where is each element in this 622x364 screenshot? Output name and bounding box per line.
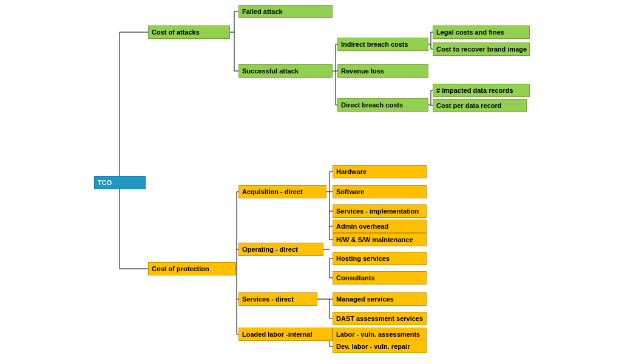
dast-assessment-node: DAST assessment services <box>333 312 427 325</box>
software-node: Software <box>333 185 427 198</box>
tco-node: TCO <box>94 176 146 189</box>
managed-services-node: Managed services <box>333 292 427 306</box>
loaded-labor-node: Loaded labor -internal <box>238 328 333 341</box>
labor-vuln-node: Labor - vuln. assessments <box>333 328 427 341</box>
revenue-loss-node: Revenue loss <box>337 64 428 78</box>
consultants-node: Consultants <box>333 271 427 285</box>
admin-overhead-node: Admin overhead <box>333 220 427 233</box>
hw-sw-maintenance-node: H/W & S/W maintenance <box>333 233 427 246</box>
impacted-data-node: # impacted data records <box>433 84 530 97</box>
services-impl-node: Services - implementation <box>333 204 427 218</box>
operating-direct-node: Operating - direct <box>238 243 323 256</box>
cost-of-attacks-node: Cost of attacks <box>148 25 230 39</box>
successful-attack-node: Successful attack <box>238 64 333 78</box>
direct-breach-costs-node: Direct breach costs <box>337 98 428 112</box>
services-direct-node: Services - direct <box>238 292 317 306</box>
diagram: TCO Cost of attacks Cost of protection F… <box>0 0 622 364</box>
indirect-breach-costs-node: Indirect breach costs <box>337 38 428 51</box>
failed-attack-node: Failed attack <box>238 5 333 18</box>
cost-recover-brand-node: Cost to recover brand image <box>433 42 530 56</box>
legal-costs-node: Legal costs and fines <box>433 25 530 39</box>
cost-of-protection-node: Cost of protection <box>148 262 236 275</box>
cost-per-record-node: Cost per data record <box>433 99 527 112</box>
hosting-services-node: Hosting services <box>333 252 427 265</box>
hardware-node: Hardware <box>333 165 427 178</box>
acquisition-direct-node: Acquisition - direct <box>238 185 326 198</box>
dev-labor-node: Dev. labor - vuln. repair <box>333 340 427 353</box>
